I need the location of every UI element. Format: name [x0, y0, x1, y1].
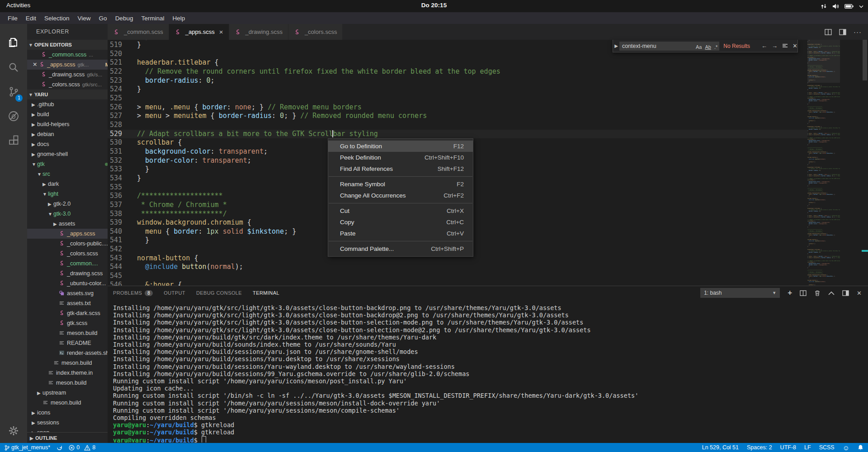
code-line[interactable]: 546 &:hover {: [108, 281, 807, 286]
menu-item-selection[interactable]: Selection: [40, 14, 74, 23]
panel-tab-terminal[interactable]: TERMINAL: [253, 290, 279, 296]
tree-file-meson.build[interactable]: meson.build: [27, 328, 108, 338]
context-menu-item-peek-definition[interactable]: Peek DefinitionCtrl+Shift+F10: [328, 152, 473, 163]
open-editor-item[interactable]: _drawing.scssgtk/s...: [27, 70, 108, 80]
tree-folder-build-helpers[interactable]: ▶build-helpers: [27, 119, 108, 129]
tree-folder-docs[interactable]: ▶docs: [27, 139, 108, 149]
close-panel-icon[interactable]: ✕: [857, 290, 862, 297]
menu-item-help[interactable]: Help: [168, 14, 189, 23]
context-menu-item-go-to-definition[interactable]: Go to DefinitionF12: [328, 141, 473, 152]
code-line[interactable]: 522 // Remove the round corners until fi…: [108, 67, 807, 76]
panel-layout-icon[interactable]: [842, 290, 849, 297]
close-icon[interactable]: ✕: [793, 42, 797, 49]
eol-sequence[interactable]: LF: [804, 444, 811, 451]
open-editor-item[interactable]: _colors.scssgtk/src...: [27, 80, 108, 89]
find-expand-icon[interactable]: ▶: [613, 43, 619, 48]
minimap-slider[interactable]: [807, 40, 840, 83]
tree-folder-gtk[interactable]: ▼gtk: [27, 159, 108, 169]
tree-folder-debian[interactable]: ▶debian: [27, 129, 108, 139]
terminal-output[interactable]: Installing /home/yaru/yaru/gtk/src/light…: [113, 301, 863, 443]
regex-icon[interactable]: .*: [714, 42, 717, 52]
tree-folder-light[interactable]: ▼light: [27, 189, 108, 199]
code-line[interactable]: 529// Adapt scrollbars a bit more to the…: [108, 130, 807, 139]
explorer-icon[interactable]: [0, 32, 27, 54]
menu-item-terminal[interactable]: Terminal: [137, 14, 168, 23]
code-line[interactable]: 524}: [108, 85, 807, 94]
whole-word-icon[interactable]: Ab: [705, 42, 711, 52]
code-line[interactable]: 523 border-radius: 0;: [108, 76, 807, 85]
tree-folder-build[interactable]: ▶build: [27, 109, 108, 119]
context-menu-item-paste[interactable]: PasteCtrl+V: [328, 228, 473, 239]
close-icon[interactable]: ✕: [33, 61, 39, 68]
tab-_common.scss[interactable]: _common.scss: [108, 24, 169, 40]
new-terminal-icon[interactable]: +: [788, 288, 792, 297]
context-menu-item-cut[interactable]: CutCtrl+X: [328, 205, 473, 217]
tree-file-_colors.scss[interactable]: _colors.scss: [27, 249, 108, 259]
extensions-icon[interactable]: [0, 130, 27, 151]
code-line[interactable]: 525: [108, 94, 807, 103]
tree-folder-dark[interactable]: ▶dark: [27, 179, 108, 189]
tree-file-README[interactable]: README: [27, 338, 108, 348]
tree-file-gtk-dark.scss[interactable]: gtk-dark.scss: [27, 308, 108, 318]
tree-folder-gtk-3.0[interactable]: ▼gtk-3.0: [27, 209, 108, 219]
context-menu-item-copy[interactable]: CopyCtrl+C: [328, 217, 473, 228]
source-control-icon[interactable]: 1: [0, 81, 27, 103]
tree-file-assets.txt[interactable]: assets.txt: [27, 298, 108, 308]
tree-file-meson.build[interactable]: meson.build: [27, 398, 108, 408]
panel-tab-problems[interactable]: PROBLEMS8: [113, 290, 153, 296]
sync-status[interactable]: [57, 445, 62, 451]
tree-folder-upstream[interactable]: ▶upstream: [27, 388, 108, 398]
previous-match-icon[interactable]: ←: [761, 42, 767, 49]
code-line[interactable]: 528: [108, 121, 807, 130]
tree-folder-gtk-2.0[interactable]: ▶gtk-2.0: [27, 199, 108, 209]
git-branch-status[interactable]: gtk_jet_menus*: [5, 444, 50, 451]
tree-folder-gnome-shell[interactable]: ▶gnome-shell: [27, 149, 108, 159]
terminal-select[interactable]: 1: bash▼: [700, 288, 780, 298]
kill-terminal-icon[interactable]: [814, 290, 821, 297]
tree-file-_colors-public....[interactable]: _colors-public....: [27, 239, 108, 249]
close-icon[interactable]: ×: [219, 28, 223, 36]
find-input[interactable]: context-menu Aa Ab .*: [619, 42, 719, 51]
find-in-selection-icon[interactable]: [782, 43, 788, 49]
tree-file-_apps.scss[interactable]: _apps.scssM: [27, 229, 108, 239]
workspace-header[interactable]: ▾YARU: [27, 89, 108, 99]
indentation[interactable]: Spaces: 2: [747, 444, 772, 451]
tab-_colors.scss[interactable]: _colors.scss: [288, 24, 343, 40]
context-menu-item-find-all-references[interactable]: Find All ReferencesShift+F12: [328, 163, 473, 174]
cursor-position[interactable]: Ln 529, Col 51: [702, 444, 739, 451]
tree-folder-.github[interactable]: ▶.github: [27, 99, 108, 109]
tree-file-index.theme.in[interactable]: index.theme.in: [27, 368, 108, 378]
maximize-panel-icon[interactable]: [828, 291, 835, 295]
open-editors-header[interactable]: ▾OPEN EDITORS: [27, 40, 108, 50]
tree-file-_common....[interactable]: _common....8: [27, 259, 108, 268]
code-line[interactable]: 526> menu, .menu { border: none; } // Re…: [108, 103, 807, 112]
code-line[interactable]: 545: [108, 272, 807, 281]
panel-tab-debug-console[interactable]: DEBUG CONSOLE: [196, 290, 242, 296]
open-editor-item[interactable]: ✕ _apps.scssgtk...M: [27, 60, 108, 70]
split-editor-icon[interactable]: [825, 28, 832, 36]
problems-status[interactable]: 0 8: [69, 444, 95, 451]
code-line[interactable]: 544 @include button(normal);: [108, 263, 807, 272]
tree-folder-sessions[interactable]: ▶sessions: [27, 418, 108, 428]
tree-file-gtk.scss[interactable]: gtk.scss: [27, 318, 108, 328]
tab-_apps.scss[interactable]: _apps.scss×: [169, 24, 229, 40]
overview-ruler[interactable]: [862, 40, 868, 286]
tree-file-assets.svg[interactable]: assets.svg: [27, 288, 108, 298]
clock[interactable]: Do 20:15: [0, 2, 868, 9]
split-terminal-icon[interactable]: [800, 290, 807, 297]
outline-header[interactable]: ▶OUTLINE: [27, 432, 108, 443]
tab-_drawing.scss[interactable]: _drawing.scss: [229, 24, 288, 40]
context-menu-item-rename-symbol[interactable]: Rename SymbolF2: [328, 179, 473, 190]
match-case-icon[interactable]: Aa: [696, 42, 702, 52]
encoding[interactable]: UTF-8: [780, 444, 796, 451]
tree-file-render-assets.sh[interactable]: render-assets.sh: [27, 348, 108, 358]
search-icon[interactable]: [0, 56, 27, 78]
scrollbar-thumb[interactable]: [863, 40, 867, 80]
menu-item-view[interactable]: View: [74, 14, 95, 23]
tree-file-_drawing.scss[interactable]: _drawing.scss: [27, 268, 108, 278]
more-actions-icon[interactable]: ···: [854, 28, 862, 36]
tree-file-meson.build[interactable]: meson.build: [27, 378, 108, 388]
settings-gear-icon[interactable]: [0, 420, 27, 442]
open-editor-item[interactable]: _common.scss...8: [27, 50, 108, 60]
tree-file-_ubuntu-color...[interactable]: _ubuntu-color...: [27, 278, 108, 288]
